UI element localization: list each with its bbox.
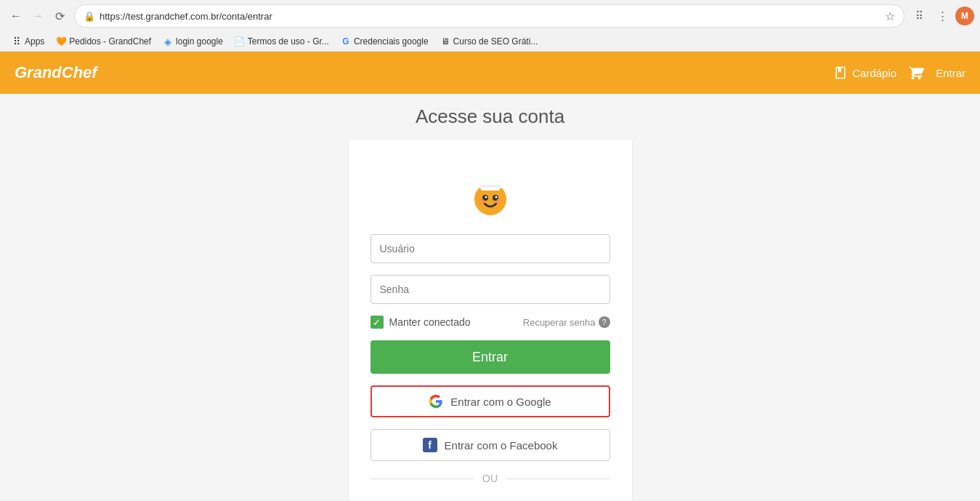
cart-icon [908, 65, 924, 81]
credenciais-icon: G [341, 36, 351, 47]
login-card: Manter conectado Recuperar senha ? Entra… [349, 140, 632, 500]
google-icon [429, 394, 443, 409]
google-button[interactable]: Entrar com o Google [370, 385, 610, 417]
apps-bookmark[interactable]: ⠿ Apps [6, 34, 50, 49]
recuperar-senha-text: Recuperar senha [523, 317, 596, 328]
bookmark-login-google[interactable]: ◈ login google [157, 34, 229, 49]
page-content: GrandChef Cardápio Entrar Acesse sua con… [0, 52, 980, 500]
facebook-button[interactable]: f Entrar com o Facebook [370, 429, 610, 461]
apps-label: Apps [25, 36, 44, 47]
browser-chrome: ← → ⟳ 🔒 ☆ ⠿ ⋮ M ⠿ Apps 🧡 Pedidos - Grand… [0, 0, 980, 52]
nav-entrar-label: Entrar [936, 67, 965, 79]
usuario-input[interactable] [370, 234, 610, 263]
google-button-label: Entrar com o Google [450, 396, 551, 408]
bookmark-curso-seo-label: Curso de SEO Gráti... [453, 36, 538, 47]
lock-icon: 🔒 [84, 11, 95, 22]
svg-point-4 [484, 167, 497, 180]
curso-seo-icon: 🖥 [440, 36, 450, 47]
bookmark-credenciais-google[interactable]: G Credenciais google [335, 34, 434, 49]
senha-input[interactable] [370, 275, 610, 304]
ou-divider: OU [370, 473, 610, 484]
profile-avatar[interactable]: M [955, 7, 974, 25]
recover-question-icon: ? [599, 316, 610, 328]
site-logo: GrandChef [15, 63, 97, 82]
remember-left: Manter conectado [370, 316, 471, 329]
page-title: Acesse sua conta [416, 105, 564, 128]
pedidos-icon: 🧡 [56, 36, 66, 47]
forward-button[interactable]: → [28, 6, 48, 26]
facebook-icon: f [423, 438, 437, 452]
address-bar[interactable]: 🔒 ☆ [74, 4, 904, 28]
nav-cardapio[interactable]: Cardápio [833, 65, 896, 80]
manter-conectado-label: Manter conectado [389, 316, 471, 328]
svg-point-8 [495, 196, 497, 199]
ou-text: OU [482, 473, 498, 484]
extensions-button[interactable]: ⠿ [909, 6, 929, 26]
toolbar-right: ⠿ ⋮ M [909, 6, 974, 26]
bookmark-pedidos-label: Pedidos - GrandChef [69, 36, 151, 47]
nav-entrar[interactable]: Entrar [936, 67, 965, 79]
svg-rect-11 [479, 185, 501, 188]
svg-point-10 [496, 199, 502, 204]
reload-button[interactable]: ⟳ [49, 6, 70, 26]
bookmarks-bar: ⠿ Apps 🧡 Pedidos - GrandChef ◈ login goo… [0, 32, 980, 52]
url-input[interactable] [100, 11, 880, 22]
termos-icon: 📄 [235, 36, 245, 47]
browser-toolbar: ← → ⟳ 🔒 ☆ ⠿ ⋮ M [0, 0, 980, 32]
back-button[interactable]: ← [6, 6, 26, 26]
site-header: GrandChef Cardápio Entrar [0, 52, 980, 94]
entrar-button[interactable]: Entrar [370, 340, 610, 374]
svg-point-9 [479, 199, 485, 204]
chef-logo [461, 161, 519, 220]
bookmark-credenciais-label: Credenciais google [354, 36, 429, 47]
nav-cart[interactable] [908, 65, 924, 81]
book-icon [833, 65, 848, 80]
bookmark-curso-seo[interactable]: 🖥 Curso de SEO Gráti... [434, 34, 544, 49]
chef-logo-svg [461, 161, 519, 220]
star-icon[interactable]: ☆ [885, 9, 895, 23]
login-google-icon: ◈ [163, 36, 173, 47]
bookmark-termos-uso[interactable]: 📄 Termos de uso - Gr... [229, 34, 335, 49]
nav-buttons: ← → ⟳ [6, 6, 70, 26]
bookmark-login-google-label: login google [176, 36, 223, 47]
facebook-button-label: Entrar com o Facebook [445, 439, 558, 452]
manter-conectado-checkbox[interactable] [370, 316, 384, 329]
apps-grid-icon: ⠿ [12, 36, 22, 47]
site-nav: Cardápio Entrar [833, 65, 965, 81]
main-area: Acesse sua conta [0, 94, 980, 500]
bookmark-termos-label: Termos de uso - Gr... [248, 36, 329, 47]
remember-row: Manter conectado Recuperar senha ? [370, 316, 610, 329]
menu-button[interactable]: ⋮ [932, 6, 952, 26]
bookmark-pedidos[interactable]: 🧡 Pedidos - GrandChef [50, 34, 157, 49]
svg-point-7 [485, 196, 487, 199]
nav-cardapio-label: Cardápio [852, 67, 896, 79]
recuperar-senha-link[interactable]: Recuperar senha ? [523, 316, 610, 328]
